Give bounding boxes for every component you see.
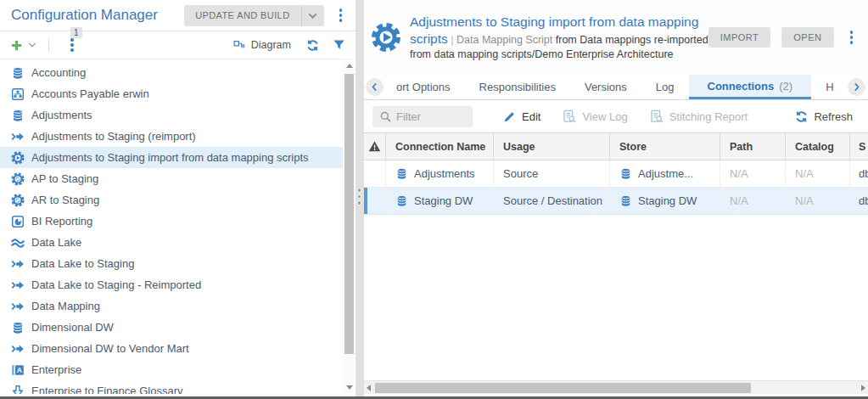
view-log-button[interactable]: View Log (563, 110, 627, 123)
splitter-grip-icon (358, 188, 361, 205)
list-item[interactable]: Dimensional DW to Vendor Mart (0, 338, 343, 359)
column-header-path[interactable]: Path (720, 132, 786, 160)
edit-button[interactable]: Edit (503, 110, 540, 123)
column-header-schema[interactable]: S (850, 132, 868, 160)
toolbar-divider (48, 38, 49, 52)
list-item-label: Adjustments to Staging (reimport) (31, 130, 196, 143)
database-icon (11, 321, 25, 334)
view-log-label: View Log (582, 110, 627, 123)
column-header-catalog[interactable]: Catalog (786, 132, 850, 160)
list-item-label: AR to Staging (31, 194, 99, 206)
database-icon (11, 109, 25, 122)
tab-port-options[interactable]: ort Options (382, 75, 465, 99)
mapping-arrow-icon (11, 342, 25, 356)
model-icon (11, 87, 25, 101)
view-log-icon (563, 110, 576, 123)
list-item[interactable]: Adjustments to Staging (reimport) (0, 126, 343, 147)
warning-icon (368, 140, 381, 153)
tabs-scroll-right-button[interactable] (848, 78, 865, 96)
warning-column-header[interactable] (364, 132, 386, 160)
list-item[interactable]: Data Lake to Staging - Reimported (0, 274, 343, 295)
list-item[interactable]: Data Lake (0, 232, 343, 253)
horizontal-scrollbar[interactable] (364, 380, 868, 394)
list-item[interactable]: Dimensional DW (0, 317, 343, 338)
tab-connections[interactable]: Connections (2) (689, 75, 812, 99)
tab-log[interactable]: Log (641, 75, 689, 99)
list-item-label: BI Reporting (31, 215, 92, 228)
panel-splitter[interactable] (356, 0, 364, 396)
data-lake-icon (11, 236, 25, 250)
list-item-label: Data Lake to Staging - Reimported (31, 278, 201, 291)
list-item-label: Dimensional DW to Vendor Mart (31, 342, 189, 355)
import-button[interactable]: IMPORT (708, 27, 771, 48)
import-arrow-icon (11, 385, 25, 395)
list-item[interactable]: Data Lake to Staging (0, 253, 343, 274)
list-item[interactable]: BI Reporting (0, 211, 343, 232)
tab-versions[interactable]: Versions (570, 75, 641, 99)
table-row[interactable]: Adjustments Source Adjustme... N/A N/A d… (364, 160, 868, 188)
list-item-label: Data Lake (31, 236, 81, 249)
list-item-label: Adjustments (31, 109, 92, 121)
open-button[interactable]: OPEN (781, 27, 833, 48)
cell-connection-name: Staging DW (414, 194, 473, 207)
update-and-build-button[interactable]: UPDATE AND BUILD (184, 5, 323, 26)
scrollbar-thumb[interactable] (375, 383, 751, 393)
refresh-icon[interactable] (306, 39, 319, 52)
left-list-scrollbar[interactable] (344, 60, 355, 393)
gear-sync-icon (11, 194, 25, 207)
add-icon[interactable] (10, 39, 23, 52)
list-item[interactable]: Adjustments (0, 104, 343, 126)
app-window: Configuration Manager UPDATE AND BUILD 1… (0, 0, 868, 399)
enterprise-model-icon (11, 363, 25, 377)
add-chevron-down-icon[interactable] (27, 40, 37, 50)
table-row-selected[interactable]: Staging DW Source / Destination Staging … (364, 188, 868, 215)
left-panel-toolbar: 1 Diagram (0, 31, 356, 59)
chevron-down-icon[interactable] (302, 5, 324, 26)
database-icon (619, 167, 632, 180)
refresh-icon (795, 110, 808, 123)
cell-path: N/A (720, 160, 786, 188)
scrollbar-thumb[interactable] (344, 74, 354, 354)
list-item-selected[interactable]: Adjustments to Staging import from data … (0, 147, 343, 168)
tab-responsibilities[interactable]: Responsibilities (465, 75, 570, 99)
refresh-button[interactable]: Refresh (795, 110, 853, 123)
scroll-left-arrow[interactable] (367, 385, 371, 391)
left-panel-header: Configuration Manager UPDATE AND BUILD (0, 0, 356, 31)
list-item[interactable]: AR to Staging (0, 189, 343, 211)
chevron-right-icon (851, 81, 862, 93)
mapping-arrow-icon (11, 278, 25, 292)
tab-history[interactable]: H (811, 75, 848, 99)
detail-header: Adjustments to Staging import from data … (364, 0, 868, 75)
diagram-icon[interactable] (233, 39, 246, 52)
list-item[interactable]: Enterprise to Finance Glossary (0, 380, 343, 394)
search-icon (379, 110, 392, 123)
column-header-store[interactable]: Store (610, 132, 720, 160)
list-item[interactable]: AP to Staging (0, 168, 343, 189)
scroll-right-arrow[interactable] (861, 385, 865, 391)
list-item-label: Accounting (31, 66, 86, 79)
diagram-button[interactable]: Diagram (251, 39, 291, 51)
detail-menu-icon[interactable] (845, 27, 859, 48)
scroll-up-arrow[interactable] (344, 60, 355, 71)
tabs-scroll-left-button[interactable] (366, 78, 384, 96)
list-item[interactable]: Enterprise (0, 359, 343, 380)
filter-icon[interactable] (333, 39, 345, 52)
page-title: Configuration Manager (11, 7, 158, 24)
list-item-label: AP to Staging (31, 172, 98, 185)
title-separator: | (451, 34, 453, 46)
stitching-report-button[interactable]: Stitching Report (650, 110, 748, 123)
panel-menu-icon[interactable] (334, 5, 348, 25)
list-item[interactable]: Data Mapping (0, 295, 343, 317)
list-item-label: Dimensional DW (31, 321, 114, 334)
column-header-usage[interactable]: Usage (494, 132, 610, 160)
list-item[interactable]: Accounts Payable erwin (0, 83, 343, 104)
configuration-list: Accounting Accounts Payable erwin Adjust… (0, 59, 343, 394)
pencil-icon (503, 110, 516, 123)
tab-connections-count: (2) (779, 80, 792, 93)
scroll-down-arrow[interactable] (344, 382, 355, 393)
column-header-connection-name[interactable]: Connection Name (386, 132, 494, 160)
update-and-build-label: UPDATE AND BUILD (184, 10, 300, 20)
report-icon (11, 215, 25, 228)
database-icon (395, 194, 408, 207)
list-item[interactable]: Accounting (0, 62, 343, 83)
